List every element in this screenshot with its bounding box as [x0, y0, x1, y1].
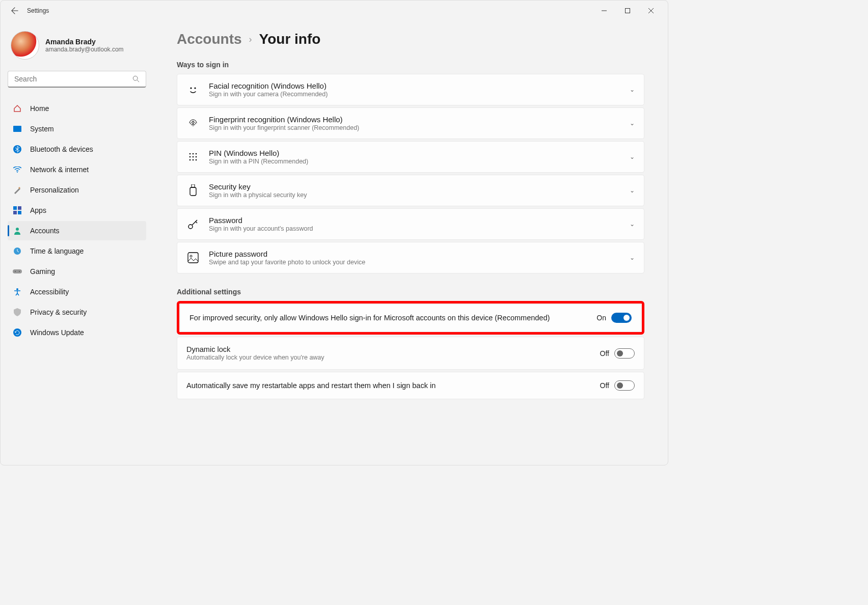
card-title: Facial recognition (Windows Hello) — [209, 81, 620, 90]
clock-icon — [13, 246, 22, 256]
svg-point-24 — [193, 156, 194, 158]
signin-password[interactable]: PasswordSign in with your account's pass… — [177, 208, 644, 240]
nav: Home System Bluetooth & devices Network … — [8, 99, 146, 342]
signin-picture[interactable]: Picture passwordSwipe and tap your favor… — [177, 242, 644, 273]
card-title: Password — [209, 216, 620, 225]
setting-restart-apps: Automatically save my restartable apps a… — [177, 372, 644, 399]
svg-point-27 — [193, 159, 194, 161]
update-icon — [13, 328, 22, 337]
search-box[interactable] — [8, 71, 146, 88]
nav-accounts[interactable]: Accounts — [8, 221, 146, 240]
nav-label: Apps — [30, 206, 46, 214]
search-icon — [132, 75, 140, 82]
svg-point-25 — [196, 156, 197, 158]
toggle-state-label: Off — [600, 381, 609, 390]
toggle-hello-only[interactable] — [611, 313, 632, 323]
svg-point-21 — [193, 153, 194, 155]
svg-point-23 — [189, 156, 191, 158]
nav-label: Gaming — [30, 267, 55, 276]
breadcrumb-parent[interactable]: Accounts — [177, 31, 242, 47]
nav-label: Bluetooth & devices — [30, 145, 93, 153]
apps-icon — [13, 206, 22, 215]
breadcrumb: Accounts › Your info — [177, 31, 644, 47]
nav-personalization[interactable]: Personalization — [8, 180, 146, 200]
wifi-icon — [13, 165, 22, 174]
nav-label: Time & language — [30, 247, 84, 255]
nav-privacy[interactable]: Privacy & security — [8, 302, 146, 322]
svg-point-14 — [15, 271, 16, 272]
card-sub: Swipe and tap your favorite photo to unl… — [209, 259, 620, 266]
svg-rect-32 — [188, 253, 198, 263]
setting-title: Dynamic lock — [186, 345, 591, 353]
svg-rect-9 — [13, 211, 17, 214]
nav-accessibility[interactable]: Accessibility — [8, 282, 146, 301]
nav-label: Windows Update — [30, 328, 84, 337]
nav-bluetooth[interactable]: Bluetooth & devices — [8, 140, 146, 159]
signin-facial[interactable]: Facial recognition (Windows Hello)Sign i… — [177, 74, 644, 105]
svg-point-16 — [16, 288, 18, 290]
gamepad-icon — [13, 267, 22, 276]
toggle-state-label: On — [596, 314, 606, 322]
home-icon — [13, 104, 22, 113]
svg-rect-4 — [13, 126, 21, 132]
back-button[interactable] — [11, 7, 19, 15]
nav-time[interactable]: Time & language — [8, 241, 146, 261]
nav-apps[interactable]: Apps — [8, 201, 146, 220]
keypad-icon — [186, 150, 200, 163]
brush-icon — [13, 185, 22, 195]
chevron-down-icon: ⌄ — [630, 187, 635, 194]
signin-pin[interactable]: PIN (Windows Hello)Sign in with a PIN (R… — [177, 141, 644, 173]
svg-point-31 — [188, 225, 193, 229]
titlebar: Settings — [1, 1, 668, 21]
minimize-button[interactable] — [592, 3, 616, 19]
nav-system[interactable]: System — [8, 119, 146, 139]
key-icon — [186, 217, 200, 231]
nav-network[interactable]: Network & internet — [8, 160, 146, 179]
svg-point-22 — [196, 153, 197, 155]
avatar — [11, 31, 39, 60]
svg-point-15 — [19, 271, 20, 272]
signin-securitykey[interactable]: Security keySign in with a physical secu… — [177, 175, 644, 206]
nav-label: Accessibility — [30, 288, 69, 296]
toggle-dynamic-lock[interactable] — [614, 348, 635, 359]
nav-gaming[interactable]: Gaming — [8, 262, 146, 281]
nav-update[interactable]: Windows Update — [8, 323, 146, 342]
toggle-restart-apps[interactable] — [614, 380, 635, 391]
search-input[interactable] — [14, 75, 132, 83]
card-sub: Sign in with a physical security key — [209, 191, 620, 199]
svg-line-3 — [137, 80, 139, 82]
system-icon — [13, 124, 22, 133]
close-button[interactable] — [639, 3, 663, 19]
svg-point-19 — [194, 87, 196, 89]
nav-label: Home — [30, 104, 49, 113]
nav-label: Privacy & security — [30, 308, 87, 316]
signin-fingerprint[interactable]: Fingerprint recognition (Windows Hello)S… — [177, 107, 644, 139]
card-title: Security key — [209, 182, 620, 191]
chevron-right-icon: › — [249, 34, 252, 45]
person-icon — [13, 226, 22, 235]
profile-block[interactable]: Amanda Brady amanda.brady@outlook.com — [8, 27, 146, 67]
svg-rect-13 — [13, 269, 22, 273]
card-sub: Sign in with your account's password — [209, 225, 620, 232]
main-content: Accounts › Your info Ways to sign in Fac… — [153, 21, 668, 465]
setting-dynamic-lock: Dynamic lockAutomatically lock your devi… — [177, 337, 644, 370]
fingerprint-icon — [186, 117, 200, 130]
toggle-state-label: Off — [600, 349, 609, 358]
nav-label: Personalization — [30, 186, 79, 194]
svg-point-11 — [16, 228, 19, 231]
svg-point-33 — [190, 255, 192, 257]
card-title: Fingerprint recognition (Windows Hello) — [209, 115, 620, 124]
svg-point-20 — [189, 153, 191, 155]
section-title-additional: Additional settings — [177, 288, 644, 296]
bluetooth-icon — [13, 145, 22, 154]
breadcrumb-current: Your info — [259, 31, 321, 47]
svg-rect-8 — [18, 206, 21, 210]
svg-rect-7 — [13, 206, 17, 210]
nav-home[interactable]: Home — [8, 99, 146, 118]
setting-title: Automatically save my restartable apps a… — [186, 381, 591, 390]
profile-email: amanda.brady@outlook.com — [45, 46, 124, 53]
card-title: PIN (Windows Hello) — [209, 149, 620, 157]
nav-label: Network & internet — [30, 166, 89, 174]
svg-rect-10 — [18, 211, 21, 214]
maximize-button[interactable] — [616, 3, 639, 19]
